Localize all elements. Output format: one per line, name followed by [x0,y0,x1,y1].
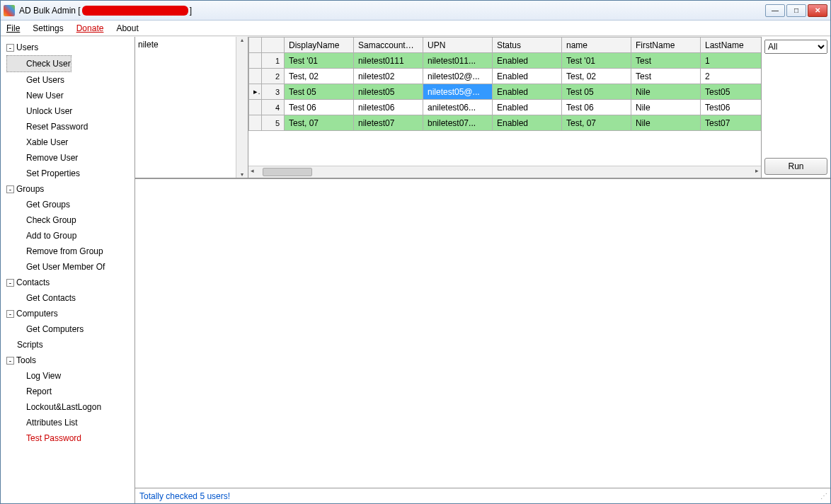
titlebar[interactable]: AD Bulk Admin [ ] — □ ✕ [1,1,830,21]
tree-computers: -Computers Get Computers [2,306,133,337]
tree-scripts-label[interactable]: Scripts [17,340,43,350]
column-header[interactable]: FirstName [631,38,701,53]
column-header[interactable]: Status [493,38,562,53]
menu-about[interactable]: About [116,23,138,33]
grid-cell[interactable]: Test, 02 [562,69,631,84]
menu-settings[interactable]: Settings [33,23,63,33]
tree-item[interactable]: Add to Group [6,228,133,244]
menu-file[interactable]: File [6,23,20,33]
grid-cell[interactable]: Test, 02 [285,69,354,84]
tree-item[interactable]: Lockout&LastLogon [6,399,133,415]
nav-tree[interactable]: -Users Check UserGet UsersNew UserUnlock… [1,37,135,503]
collapse-icon[interactable]: - [6,357,14,365]
tree-item[interactable]: Remove User [6,150,133,166]
table-row[interactable]: ▸3Test 05niletest05niletest05@...Enabled… [249,84,762,100]
grid-cell[interactable]: Nile [631,84,701,100]
column-header[interactable]: LastName [701,38,762,53]
grid-cell[interactable]: Test06 [701,100,762,115]
tree-computers-label[interactable]: Computers [16,309,58,319]
tree-item[interactable]: Attributes List [6,415,133,430]
grid-cell[interactable]: Test [631,53,701,69]
resize-grip[interactable]: ⋰ [820,492,826,500]
grid-cell[interactable]: Test 05 [562,84,631,100]
column-header[interactable]: UPN [423,38,493,53]
grid-cell[interactable]: niletest05@... [423,84,493,100]
grid-cell[interactable]: Enabled [493,84,562,100]
grid-cell[interactable]: Test, 07 [285,115,354,131]
tree-users-label[interactable]: Users [16,42,38,52]
grid-cell[interactable]: niletest05 [354,84,423,100]
run-button[interactable]: Run [764,158,827,175]
grid-cell[interactable]: niletest011... [423,53,493,69]
bulk-input[interactable] [137,38,246,176]
table-row[interactable]: 4Test 06niletest06aniletest06...EnabledT… [249,100,762,115]
tree-item[interactable]: Set Properties [6,166,133,181]
grid-cell[interactable]: Enabled [493,69,562,84]
grid-cell[interactable]: niletest0111 [354,53,423,69]
filter-select[interactable]: All [764,40,827,54]
grid-cell[interactable]: 1 [701,53,762,69]
grid-scroll[interactable]: DisplayNameSamaccountNameUPNStatusnameFi… [248,37,761,178]
grid-cell[interactable]: Test [631,69,701,84]
grid-cell[interactable]: Test 05 [285,84,354,100]
table-row[interactable]: 1Test '01niletest0111niletest011...Enabl… [249,53,762,69]
input-scrollbar[interactable] [236,37,248,178]
grid-cell[interactable]: Test 06 [562,100,631,115]
scrollbar-thumb[interactable] [263,168,312,176]
grid-cell[interactable]: niletest07 [354,115,423,131]
grid-cell[interactable]: Enabled [493,115,562,131]
row-number: 5 [262,115,285,131]
grid-cell[interactable]: Test07 [701,115,762,131]
grid-cell[interactable]: niletest06 [354,100,423,115]
grid-cell[interactable]: 2 [701,69,762,84]
grid-cell[interactable]: niletest02@... [423,69,493,84]
tree-item[interactable]: Get Users [6,72,133,88]
grid-cell[interactable]: Enabled [493,53,562,69]
collapse-icon[interactable]: - [6,310,14,318]
tree-item[interactable]: Reset Password [6,119,133,134]
tree-item[interactable]: Report [6,384,133,399]
title-prefix: AD Bulk Admin [ [19,6,81,16]
grid-cell[interactable]: Nile [631,115,701,131]
tree-item[interactable]: Get Groups [6,197,133,212]
tree-contacts-label[interactable]: Contacts [16,277,50,287]
close-button[interactable]: ✕ [808,4,827,17]
grid-cell[interactable]: Test 06 [285,100,354,115]
maximize-button[interactable]: □ [786,4,806,17]
grid-cell[interactable]: Test '01 [562,53,631,69]
grid-h-scrollbar[interactable] [248,166,761,178]
collapse-icon[interactable]: - [6,44,14,52]
tree-item[interactable]: Get Computers [6,321,133,337]
tree-item[interactable]: Unlock User [6,103,133,119]
grid-cell[interactable]: Nile [631,100,701,115]
minimize-button[interactable]: — [765,4,785,17]
grid-cell[interactable]: Enabled [493,100,562,115]
tree-item[interactable]: Check User [6,55,71,72]
tree-item[interactable]: Test Password [6,430,133,446]
tree-item[interactable]: Remove from Group [6,244,133,259]
tree-item[interactable]: New User [6,88,133,103]
tree-groups-label[interactable]: Groups [16,184,44,194]
column-header[interactable]: SamaccountName [354,38,423,53]
output-pane[interactable] [135,178,830,488]
tree-item[interactable]: Get User Member Of [6,259,133,275]
grid-cell[interactable]: aniletest06... [423,100,493,115]
grid-cell[interactable]: bniletest07... [423,115,493,131]
grid-cell[interactable]: Test '01 [285,53,354,69]
column-header[interactable]: name [562,38,631,53]
tree-item[interactable]: Get Contacts [6,290,133,306]
table-row[interactable]: 2Test, 02niletest02niletest02@...Enabled… [249,69,762,84]
results-grid[interactable]: DisplayNameSamaccountNameUPNStatusnameFi… [248,37,761,131]
tree-item[interactable]: Check Group [6,212,133,228]
grid-cell[interactable]: Test05 [701,84,762,100]
grid-cell[interactable]: niletest02 [354,69,423,84]
tree-item[interactable]: Log View [6,368,133,384]
tree-item[interactable]: Xable User [6,134,133,150]
table-row[interactable]: 5Test, 07niletest07bniletest07...Enabled… [249,115,762,131]
menu-donate[interactable]: Donate [76,23,104,33]
grid-cell[interactable]: Test, 07 [562,115,631,131]
tree-tools-label[interactable]: Tools [16,355,36,365]
collapse-icon[interactable]: - [6,279,14,287]
column-header[interactable]: DisplayName [285,38,354,53]
collapse-icon[interactable]: - [6,185,14,193]
